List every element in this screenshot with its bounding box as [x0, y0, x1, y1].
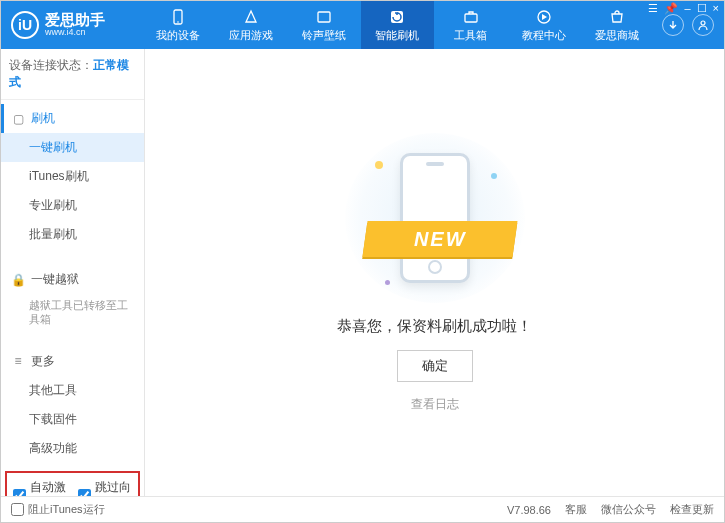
section-label: 更多: [31, 353, 55, 370]
success-message: 恭喜您，保资料刷机成功啦！: [337, 317, 532, 336]
checkbox-label: 自动激活: [30, 479, 68, 496]
menu-icon[interactable]: ☰: [648, 2, 658, 15]
main-content: NEW 恭喜您，保资料刷机成功啦！ 确定 查看日志: [145, 49, 724, 496]
sidebar-item-other[interactable]: 其他工具: [1, 376, 144, 405]
app-window: iU 爱思助手 www.i4.cn 我的设备 应用游戏: [0, 0, 725, 523]
download-button[interactable]: [662, 14, 684, 36]
sidebar-item-oneclick[interactable]: 一键刷机: [1, 133, 144, 162]
sidebar-item-pro[interactable]: 专业刷机: [1, 191, 144, 220]
view-log-link[interactable]: 查看日志: [411, 396, 459, 413]
brand-name: 爱思助手: [45, 12, 105, 29]
nav-label: 智能刷机: [375, 28, 419, 43]
section-flash[interactable]: ▢ 刷机: [1, 104, 144, 133]
block-itunes-input[interactable]: [11, 503, 24, 516]
checkbox-label: 跳过向导: [95, 479, 133, 496]
block-itunes-checkbox[interactable]: 阻止iTunes运行: [11, 502, 105, 517]
status-label: 设备连接状态：: [9, 58, 93, 72]
skip-guide-checkbox[interactable]: 跳过向导: [78, 479, 133, 496]
account-button[interactable]: [692, 14, 714, 36]
wechat-link[interactable]: 微信公众号: [601, 502, 656, 517]
svg-rect-2: [318, 12, 330, 22]
maximize-button[interactable]: ☐: [697, 2, 707, 15]
section-jailbreak[interactable]: 🔒 一键越狱: [1, 265, 144, 294]
svg-point-6: [701, 21, 705, 25]
success-illustration: NEW: [345, 133, 525, 303]
lock-icon: 🔒: [11, 273, 25, 287]
sidebar-item-firmware[interactable]: 下载固件: [1, 405, 144, 434]
nav-flash[interactable]: 智能刷机: [361, 1, 434, 49]
flash-icon: [388, 8, 406, 26]
body: 设备连接状态：正常模式 ▢ 刷机 一键刷机 iTunes刷机 专业刷机 批量刷机…: [1, 49, 724, 496]
checkbox-label: 阻止iTunes运行: [28, 502, 105, 517]
nav-label: 我的设备: [156, 28, 200, 43]
nav-label: 爱思商城: [595, 28, 639, 43]
new-ribbon: NEW: [362, 221, 517, 257]
logo-icon: iU: [11, 11, 39, 39]
nav-my-device[interactable]: 我的设备: [141, 1, 214, 49]
nav-tutorials[interactable]: 教程中心: [507, 1, 580, 49]
top-nav: 我的设备 应用游戏 铃声壁纸 智能刷机: [141, 1, 654, 49]
support-link[interactable]: 客服: [565, 502, 587, 517]
skip-guide-input[interactable]: [78, 489, 91, 496]
nav-apps[interactable]: 应用游戏: [214, 1, 287, 49]
svg-point-1: [177, 21, 179, 23]
nav-label: 应用游戏: [229, 28, 273, 43]
device-status: 设备连接状态：正常模式: [1, 49, 144, 100]
jailbreak-note: 越狱工具已转移至工具箱: [1, 294, 144, 331]
window-controls: ☰ 📌 – ☐ ×: [648, 2, 719, 15]
section-more[interactable]: ≡ 更多: [1, 347, 144, 376]
nav-store[interactable]: 爱思商城: [581, 1, 654, 49]
check-update-link[interactable]: 检查更新: [670, 502, 714, 517]
logo: iU 爱思助手 www.i4.cn: [11, 11, 141, 39]
minimize-button[interactable]: –: [684, 2, 690, 15]
nav-label: 教程中心: [522, 28, 566, 43]
wallpaper-icon: [315, 8, 333, 26]
sidebar: 设备连接状态：正常模式 ▢ 刷机 一键刷机 iTunes刷机 专业刷机 批量刷机…: [1, 49, 145, 496]
nav-label: 铃声壁纸: [302, 28, 346, 43]
flash-section-icon: ▢: [11, 112, 25, 126]
footer: 阻止iTunes运行 V7.98.66 客服 微信公众号 检查更新: [1, 496, 724, 522]
section-label: 刷机: [31, 110, 55, 127]
tutorial-icon: [535, 8, 553, 26]
pin-icon[interactable]: 📌: [664, 2, 678, 15]
svg-rect-4: [465, 14, 477, 22]
more-icon: ≡: [11, 354, 25, 368]
nav-ringtones[interactable]: 铃声壁纸: [288, 1, 361, 49]
sidebar-item-batch[interactable]: 批量刷机: [1, 220, 144, 249]
nav-toolbox[interactable]: 工具箱: [434, 1, 507, 49]
version-label: V7.98.66: [507, 504, 551, 516]
close-button[interactable]: ×: [713, 2, 719, 15]
titlebar: iU 爱思助手 www.i4.cn 我的设备 应用游戏: [1, 1, 724, 49]
sidebar-item-advanced[interactable]: 高级功能: [1, 434, 144, 463]
auto-activate-input[interactable]: [13, 489, 26, 496]
confirm-button[interactable]: 确定: [397, 350, 473, 382]
options-row: 自动激活 跳过向导: [5, 471, 140, 496]
phone-icon: [169, 8, 187, 26]
sidebar-item-itunes[interactable]: iTunes刷机: [1, 162, 144, 191]
title-right: [662, 14, 714, 36]
section-label: 一键越狱: [31, 271, 79, 288]
phone-graphic: [400, 153, 470, 283]
toolbox-icon: [462, 8, 480, 26]
brand-url: www.i4.cn: [45, 28, 105, 38]
auto-activate-checkbox[interactable]: 自动激活: [13, 479, 68, 496]
nav-label: 工具箱: [454, 28, 487, 43]
store-icon: [608, 8, 626, 26]
apps-icon: [242, 8, 260, 26]
